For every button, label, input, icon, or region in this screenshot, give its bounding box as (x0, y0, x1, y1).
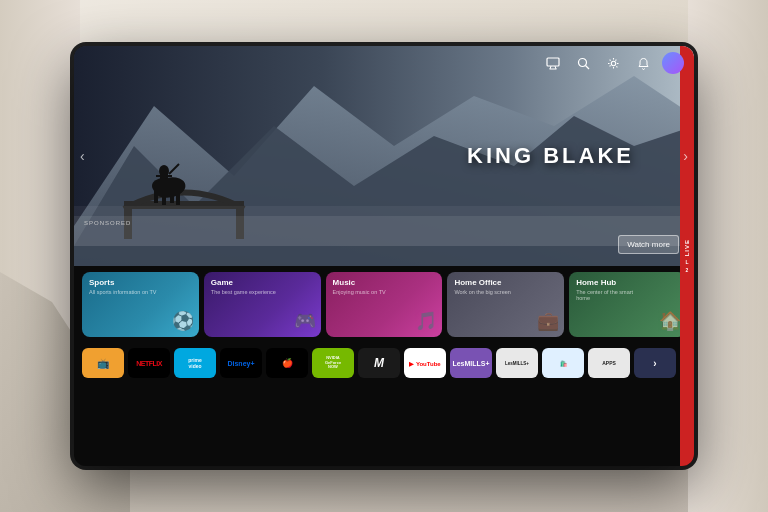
app-prime-video[interactable]: primevideo (174, 348, 216, 378)
category-home-hub[interactable]: Home Hub The center of the smart home 🏠 (569, 272, 686, 337)
office-icon: 💼 (537, 310, 559, 332)
music-label: Music (333, 278, 356, 287)
notification-icon[interactable] (632, 52, 654, 74)
netflix-label: NETFLIX (136, 360, 162, 367)
disney-label: Disney+ (227, 360, 254, 367)
appletv-label: 🍎 (282, 358, 293, 368)
tv-screen: ‹ › KING BLAKE SPONSORED Watch more Spor… (74, 46, 694, 466)
svg-line-5 (585, 65, 589, 69)
screen-icon[interactable] (542, 52, 564, 74)
hub-sublabel: The center of the smart home (576, 289, 646, 301)
hero-watch-button[interactable]: Watch more (618, 235, 679, 254)
app-apple-tv[interactable]: 🍎 (266, 348, 308, 378)
category-music[interactable]: Music Enjoying music on TV 🎵 (326, 272, 443, 337)
app-ch[interactable]: 📺 (82, 348, 124, 378)
music-icon: 🎵 (415, 310, 437, 332)
svg-point-4 (578, 58, 586, 66)
svg-rect-21 (170, 191, 174, 203)
hero-next-button[interactable]: › (683, 148, 688, 164)
sports-ball-icon: ⚽ (172, 310, 194, 332)
shop-label: 🛍️ (560, 360, 567, 367)
game-label: Game (211, 278, 233, 287)
youtube-label: ▶ YouTube (409, 360, 440, 367)
category-sports[interactable]: Sports All sports information on TV ⚽ (82, 272, 199, 337)
prime-label: primevideo (188, 357, 202, 369)
live-label: LIVE (684, 239, 690, 256)
sports-label: Sports (89, 278, 114, 287)
hero-sponsored-label: SPONSORED (84, 220, 131, 226)
svg-rect-22 (176, 193, 180, 205)
game-icon: 🎮 (294, 310, 316, 332)
game-sublabel: The best game experience (211, 289, 276, 295)
svg-rect-20 (162, 193, 166, 205)
category-game[interactable]: Game The best game experience 🎮 (204, 272, 321, 337)
svg-rect-0 (547, 58, 559, 66)
ch-label: 📺 (97, 358, 109, 369)
wall-right (688, 0, 768, 512)
music-sublabel: Enjoying music on TV (333, 289, 386, 295)
app-apps-grid[interactable]: APPS (588, 348, 630, 378)
office-label: Home Office (454, 278, 501, 287)
hero-prev-button[interactable]: ‹ (80, 148, 85, 164)
app-lesmills[interactable]: LesMILLS+ (496, 348, 538, 378)
live-badge: LIVE L 2 (680, 46, 694, 466)
hub-label: Home Hub (576, 278, 616, 287)
app-disney-plus[interactable]: Disney+ (220, 348, 262, 378)
hero-title: KING BLAKE (467, 143, 634, 169)
svg-point-6 (611, 61, 615, 65)
settings-icon[interactable] (602, 52, 624, 74)
svg-rect-24 (74, 216, 694, 246)
top-bar (532, 46, 694, 80)
app-netflix[interactable]: NETFLIX (128, 348, 170, 378)
app-youtube[interactable]: ▶ YouTube (404, 348, 446, 378)
search-icon[interactable] (572, 52, 594, 74)
office-sublabel: Work on the big screen (454, 289, 510, 295)
lesmills-label: LesMILLS+ (505, 361, 529, 366)
category-cards-row: Sports All sports information on TV ⚽ Ga… (74, 266, 694, 343)
app-more-button[interactable]: › (634, 348, 676, 378)
apps-label: APPS (602, 360, 616, 366)
geforce-label: NVIDIAGeForceNOW (325, 356, 341, 370)
sports-sublabel: All sports information on TV (89, 289, 156, 295)
app-luna[interactable]: LesMILLS+ (450, 348, 492, 378)
more-icon: › (653, 358, 656, 369)
app-masterclass[interactable]: M (358, 348, 400, 378)
category-home-office[interactable]: Home Office Work on the big screen 💼 (447, 272, 564, 337)
app-shop[interactable]: 🛍️ (542, 348, 584, 378)
luna-label: LesMILLS+ (452, 360, 489, 367)
masterclass-label: M (374, 356, 384, 370)
app-geforce-now[interactable]: NVIDIAGeForceNOW (312, 348, 354, 378)
user-avatar[interactable] (662, 52, 684, 74)
hub-icon: 🏠 (659, 310, 681, 332)
apps-row: 📺 NETFLIX primevideo Disney+ 🍎 NVIDIAGeF… (74, 343, 694, 383)
svg-rect-19 (154, 191, 158, 203)
